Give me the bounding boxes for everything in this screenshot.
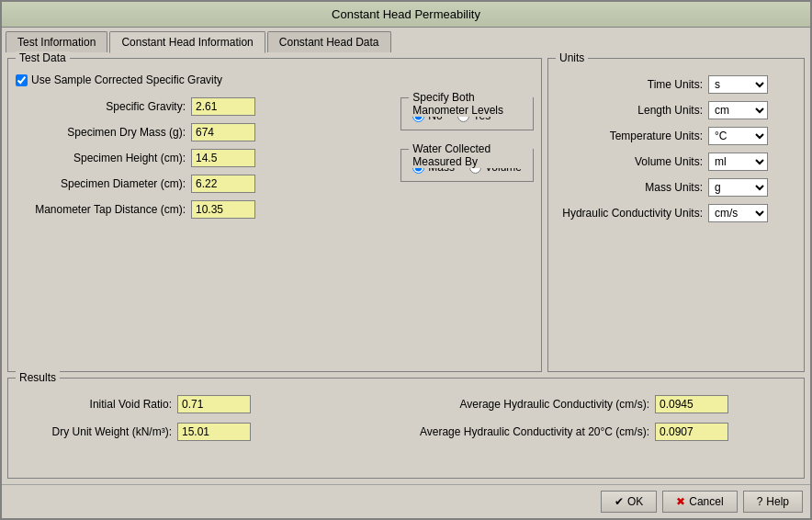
help-label: Help [766, 495, 789, 508]
title-bar: Constant Head Permeability [2, 2, 810, 28]
initial-void-ratio-label: Initial Void Ratio: [16, 398, 172, 411]
dry-unit-weight-row: Dry Unit Weight (kN/m³): [16, 423, 397, 441]
top-panels: Test Data Use Sample Corrected Specific … [7, 58, 805, 372]
water-collected-panel: Water Collected Measured By Mass Volume [400, 149, 534, 182]
cancel-button[interactable]: ✖ Cancel [662, 491, 737, 513]
avg-hydraulic-conductivity-20c-row: Average Hydraulic Conductivity at 20°C (… [415, 423, 796, 441]
time-units-row: Time Units: sminhr [556, 75, 796, 94]
volume-units-row: Volume Units: mlLcm³ [556, 153, 796, 171]
use-sample-corrected-sg-label: Use Sample Corrected Specific Gravity [31, 73, 222, 86]
initial-void-ratio-row: Initial Void Ratio: [16, 395, 397, 413]
length-units-select[interactable]: cmmmminft [708, 101, 768, 119]
help-question-icon: ? [757, 495, 763, 508]
hydraulic-conductivity-units-select[interactable]: cm/sm/sft/s [708, 204, 768, 222]
ok-button[interactable]: ✔ OK [601, 491, 657, 513]
test-data-panel: Test Data Use Sample Corrected Specific … [7, 58, 542, 372]
tab-constant-head-data[interactable]: Constant Head Data [267, 31, 391, 52]
units-fields: Time Units: sminhr Length Units: cmmmmin… [556, 75, 796, 222]
cancel-label: Cancel [689, 495, 723, 508]
hydraulic-conductivity-units-row: Hydraulic Conductivity Units: cm/sm/sft/… [556, 204, 796, 222]
length-units-label: Length Units: [556, 104, 703, 117]
bottom-bar: ✔ OK ✖ Cancel ? Help [2, 484, 810, 518]
tab-bar: Test Information Constant Head Informati… [2, 28, 810, 52]
time-units-label: Time Units: [556, 78, 703, 91]
specimen-diameter-label: Specimen Diameter (cm): [16, 177, 186, 190]
test-data-title: Test Data [16, 51, 70, 64]
tab-constant-head-information[interactable]: Constant Head Information [109, 31, 265, 53]
length-units-row: Length Units: cmmmminft [556, 101, 796, 119]
temperature-units-row: Temperature Units: °C°F [556, 127, 796, 145]
units-title: Units [556, 51, 588, 64]
manometer-tap-distance-row: Manometer Tap Distance (cm): [16, 200, 382, 219]
ok-checkmark-icon: ✔ [615, 495, 624, 508]
avg-hydraulic-conductivity-20c-label: Average Hydraulic Conductivity at 20°C (… [415, 425, 649, 438]
manometer-levels-title: Specify Both Manometer Levels [409, 91, 533, 117]
cancel-x-icon: ✖ [676, 495, 685, 508]
avg-hydraulic-conductivity-input[interactable] [655, 395, 728, 413]
specimen-dry-mass-row: Specimen Dry Mass (g): [16, 123, 382, 141]
volume-units-label: Volume Units: [556, 155, 703, 168]
specimen-height-input[interactable] [191, 149, 255, 167]
results-panel: Results Initial Void Ratio: Average Hydr… [7, 378, 805, 479]
specimen-height-label: Specimen Height (cm): [16, 152, 186, 164]
initial-void-ratio-input[interactable] [177, 395, 251, 413]
avg-hydraulic-conductivity-20c-input[interactable] [655, 423, 728, 441]
time-units-select[interactable]: sminhr [708, 75, 768, 94]
window-title: Constant Head Permeability [332, 7, 480, 21]
temperature-units-select[interactable]: °C°F [708, 127, 768, 145]
mass-units-label: Mass Units: [556, 181, 703, 194]
right-sub: Specify Both Manometer Levels No Yes [400, 97, 534, 226]
manometer-levels-panel: Specify Both Manometer Levels No Yes [400, 97, 534, 130]
water-collected-title: Water Collected Measured By [409, 142, 533, 168]
volume-units-select[interactable]: mlLcm³ [708, 153, 768, 171]
main-window: Constant Head Permeability Test Informat… [0, 0, 812, 520]
specific-gravity-input[interactable] [191, 97, 255, 116]
mass-units-select[interactable]: gkglb [708, 178, 768, 197]
specimen-diameter-row: Specimen Diameter (cm): [16, 175, 382, 193]
avg-hydraulic-conductivity-label: Average Hydraulic Conductivity (cm/s): [415, 398, 649, 411]
help-button[interactable]: ? Help [743, 491, 803, 513]
use-sample-corrected-sg-row: Use Sample Corrected Specific Gravity [16, 73, 534, 86]
dry-unit-weight-input[interactable] [177, 423, 251, 441]
results-title: Results [16, 371, 60, 384]
dry-unit-weight-label: Dry Unit Weight (kN/m³): [16, 425, 172, 438]
specimen-dry-mass-input[interactable] [191, 123, 255, 141]
use-sample-corrected-sg-checkbox[interactable] [16, 74, 28, 86]
specimen-diameter-input[interactable] [191, 175, 255, 193]
specimen-height-row: Specimen Height (cm): [16, 149, 382, 167]
test-data-inner: Specific Gravity: Specimen Dry Mass (g):… [16, 97, 534, 226]
specimen-dry-mass-label: Specimen Dry Mass (g): [16, 126, 186, 139]
ok-label: OK [627, 495, 643, 508]
avg-hydraulic-conductivity-row: Average Hydraulic Conductivity (cm/s): [415, 395, 796, 413]
hydraulic-conductivity-units-label: Hydraulic Conductivity Units: [556, 207, 703, 220]
results-grid: Initial Void Ratio: Average Hydraulic Co… [16, 395, 796, 441]
content-area: Test Data Use Sample Corrected Specific … [2, 52, 810, 484]
specific-gravity-row: Specific Gravity: [16, 97, 382, 116]
tab-test-information[interactable]: Test Information [6, 31, 107, 52]
units-panel: Units Time Units: sminhr Length Units: c… [547, 58, 805, 372]
manometer-tap-distance-label: Manometer Tap Distance (cm): [16, 203, 186, 216]
temperature-units-label: Temperature Units: [556, 130, 703, 142]
left-form: Specific Gravity: Specimen Dry Mass (g):… [16, 97, 382, 226]
manometer-tap-distance-input[interactable] [191, 200, 255, 219]
specific-gravity-label: Specific Gravity: [16, 100, 186, 113]
mass-units-row: Mass Units: gkglb [556, 178, 796, 197]
